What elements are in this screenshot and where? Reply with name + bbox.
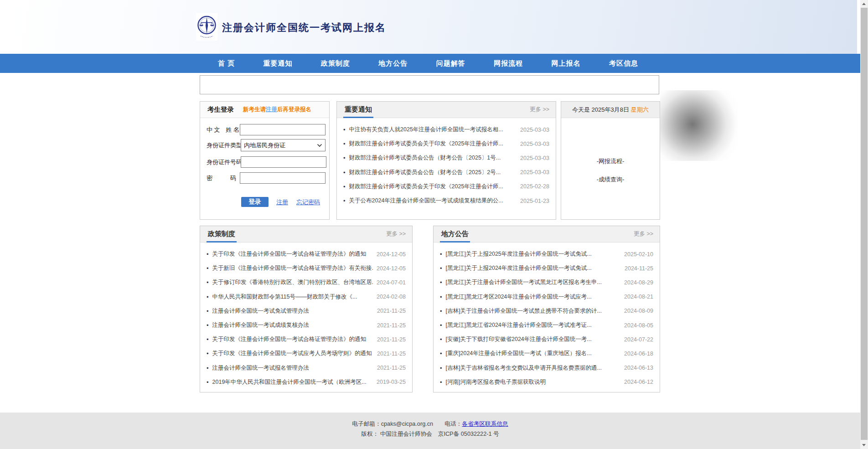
nav-items: 首 页 重要通知 政策制度 地方公告 问题解答 网报流程 网上报名 考区信息	[200, 54, 660, 73]
score-query-link[interactable]: -成绩查询-	[561, 175, 660, 184]
list-item[interactable]: • 关于印发《注册会计师全国统一考试合格证管理办法》的通知 2024-12-05	[207, 247, 406, 261]
item-date: 2025-02-10	[624, 251, 653, 258]
item-title[interactable]: 关于修订印发《香港特别行政区、澳门特别行政区、台湾地区居...	[212, 279, 373, 286]
item-title[interactable]: [黑龙江]关于上报2024年度注册会计师全国统一考试免试...	[446, 264, 621, 272]
list-item[interactable]: • [黑龙江]黑龙江考区2024年注册会计师全国统一考试应考... 2024-0…	[440, 290, 653, 304]
item-title[interactable]: [重庆]2024年注册会计师全国统一考试（重庆地区）报名...	[446, 350, 620, 357]
id-number-input[interactable]	[241, 156, 326, 168]
list-item[interactable]: • [吉林]关于注册会计师全国统一考试禁止携带不符合要求的计... 2024-0…	[440, 304, 653, 318]
note-prefix: 新考生请	[243, 106, 266, 113]
bullet-icon: •	[343, 197, 346, 204]
item-title[interactable]: [河南]河南考区报名费电子票据获取说明	[446, 378, 620, 386]
nav-item[interactable]: 首 页	[218, 54, 235, 73]
list-item[interactable]: • 财政部注册会计师考试委员会公告（财考公告〔2025〕2号... 2025-0…	[343, 165, 549, 180]
forgot-password-link[interactable]: 忘记密码	[296, 198, 320, 206]
item-title[interactable]: [黑龙江]黑龙江省2024年注册会计师全国统一考试准考证...	[446, 321, 620, 329]
item-title[interactable]: [安徽]关于下载打印安徽省2024年注册会计师全国统一考...	[446, 335, 620, 343]
list-item[interactable]: • [黑龙江]关于上报2024年度注册会计师全国统一考试免试... 2024-1…	[440, 261, 653, 275]
list-item[interactable]: • 注册会计师全国统一考试免试管理办法 2021-11-25	[207, 304, 406, 318]
item-title[interactable]: 财政部注册会计师考试委员会公告（财考公告〔2025〕2号...	[349, 169, 517, 176]
nav-item[interactable]: 地方公告	[378, 54, 408, 73]
item-title[interactable]: 2019年中华人民共和国注册会计师全国统一考试（欧洲考区...	[212, 378, 373, 386]
item-title[interactable]: [黑龙江]关于注册会计师全国统一考试黑龙江考区报名考生申...	[446, 279, 620, 286]
list-item[interactable]: • 中注协有关负责人就2025年注册会计师全国统一考试报名相... 2025-0…	[343, 123, 549, 137]
item-title[interactable]: 关于公布2024年注册会计师全国统一考试成绩复核结果的公...	[349, 197, 517, 205]
bullet-icon: •	[440, 265, 442, 272]
list-item[interactable]: • [黑龙江]关于注册会计师全国统一考试黑龙江考区报名考生申... 2024-0…	[440, 275, 653, 289]
bullet-icon: •	[343, 126, 346, 133]
bullet-icon: •	[440, 365, 442, 372]
item-title[interactable]: [吉林]关于注册会计师全国统一考试禁止携带不符合要求的计...	[446, 307, 620, 315]
process-flow-link[interactable]: -网报流程-	[561, 157, 660, 165]
scroll-down-icon[interactable]	[862, 444, 866, 446]
chinese-name-input[interactable]	[240, 124, 326, 135]
list-item[interactable]: • 关于印发《注册会计师全国统一考试应考人员考场守则》的通知 2021-11-2…	[207, 346, 406, 361]
item-title[interactable]: 财政部注册会计师考试委员会公告（财考公告〔2025〕1号...	[349, 154, 517, 162]
nav-item[interactable]: 网报流程	[494, 54, 523, 73]
login-button[interactable]: 登录	[241, 197, 269, 207]
item-title[interactable]: 中华人民共和国财政部令第115号——财政部关于修改《...	[212, 293, 373, 301]
item-title[interactable]: 关于印发《注册会计师全国统一考试应考人员考场守则》的通知	[212, 350, 373, 357]
item-title[interactable]: 中注协有关负责人就2025年注册会计师全国统一考试报名相...	[349, 126, 517, 134]
notices-header: 重要通知 更多 >>	[337, 102, 556, 118]
list-item[interactable]: • [黑龙江]关于上报2025年度注册会计师全国统一考试免试... 2025-0…	[440, 247, 653, 261]
bullet-icon: •	[207, 336, 209, 343]
nav-item[interactable]: 问题解答	[436, 54, 465, 73]
nav-item[interactable]: 重要通知	[264, 54, 293, 73]
nav-item[interactable]: 政策制度	[321, 54, 350, 73]
item-date: 2019-03-25	[377, 379, 406, 385]
item-title[interactable]: 关于印发《注册会计师全国统一考试合格证管理办法》的通知	[212, 335, 373, 343]
policies-list: • 关于印发《注册会计师全国统一考试合格证管理办法》的通知 2024-12-05…	[200, 243, 412, 389]
today-date: 今天是 2025年3月8日 星期六	[561, 102, 660, 118]
list-item[interactable]: • 财政部注册会计师考试委员会关于印发《2025年注册会计师... 2025-0…	[343, 137, 549, 151]
policies-more-link[interactable]: 更多 >>	[386, 230, 406, 238]
item-date: 2024-08-29	[624, 279, 653, 286]
list-item[interactable]: • [安徽]关于下载打印安徽省2024年注册会计师全国统一考... 2024-0…	[440, 332, 653, 346]
item-title[interactable]: 财政部注册会计师考试委员会关于印发《2025年注册会计师...	[349, 183, 517, 191]
list-item[interactable]: • 关于公布2024年注册会计师全国统一考试成绩复核结果的公... 2025-0…	[343, 194, 549, 208]
list-item[interactable]: • 注册会计师全国统一考试报名管理办法 2021-11-25	[207, 361, 406, 375]
notices-more-link[interactable]: 更多 >>	[530, 106, 549, 114]
item-title[interactable]: 注册会计师全国统一考试报名管理办法	[212, 364, 373, 372]
nav-item[interactable]: 网上报名	[552, 54, 581, 73]
register-link[interactable]: 注册	[276, 198, 288, 206]
scrollbar-thumb[interactable]	[861, 8, 868, 440]
scroll-up-icon[interactable]	[862, 3, 866, 5]
register-inline-link[interactable]: 注册	[266, 106, 277, 113]
item-title[interactable]: [黑龙江]关于上报2025年度注册会计师全国统一考试免试...	[446, 250, 620, 258]
item-title[interactable]: 注册会计师全国统一考试免试管理办法	[212, 307, 373, 315]
password-input[interactable]	[240, 172, 326, 184]
list-item[interactable]: • 中华人民共和国财政部令第115号——财政部关于修改《... 2024-02-…	[207, 290, 406, 304]
list-item[interactable]: • 关于印发《注册会计师全国统一考试合格证管理办法》的通知 2021-11-25	[207, 332, 406, 346]
item-title[interactable]: 关于新旧《注册会计师全国统一考试合格证管理办法》有关衔接...	[212, 264, 373, 272]
item-title[interactable]: [吉林]关于吉林省报名考生交费以及申请开具报名费票据的通...	[446, 364, 620, 372]
item-title[interactable]: 关于印发《注册会计师全国统一考试合格证管理办法》的通知	[212, 250, 373, 258]
list-item[interactable]: • 关于新旧《注册会计师全国统一考试合格证管理办法》有关衔接... 2024-1…	[207, 261, 406, 275]
site-title: 注册会计师全国统一考试网上报名	[222, 21, 386, 35]
list-item[interactable]: • [黑龙江]黑龙江省2024年注册会计师全国统一考试准考证... 2024-0…	[440, 318, 653, 332]
item-title[interactable]: [黑龙江]黑龙江考区2024年注册会计师全国统一考试应考...	[446, 293, 620, 301]
bullet-icon: •	[440, 350, 442, 357]
list-item[interactable]: • 2019年中华人民共和国注册会计师全国统一考试（欧洲考区... 2019-0…	[207, 375, 406, 389]
local-announcements-panel: 地方公告 更多 >> • [黑龙江]关于上报2025年度注册会计师全国统一考试免…	[433, 226, 660, 392]
login-panel: 考生登录 新考生请注册后再登录报名 中 文 姓 名 身份证件类型 内地居民身份证…	[200, 101, 330, 220]
list-item[interactable]: • [吉林]关于吉林省报名考生交费以及申请开具报名费票据的通... 2024-0…	[440, 361, 653, 375]
list-item[interactable]: • 财政部注册会计师考试委员会关于印发《2025年注册会计师... 2025-0…	[343, 180, 549, 194]
list-item[interactable]: • [重庆]2024年注册会计师全国统一考试（重庆地区）报名... 2024-0…	[440, 346, 653, 361]
list-item[interactable]: • 关于修订印发《香港特别行政区、澳门特别行政区、台湾地区居... 2024-0…	[207, 275, 406, 289]
list-item[interactable]: • 财政部注册会计师考试委员会公告（财考公告〔2025〕1号... 2025-0…	[343, 151, 549, 165]
item-date: 2024-06-13	[624, 365, 653, 371]
local-more-link[interactable]: 更多 >>	[634, 230, 653, 238]
contact-info-link[interactable]: 各省考区联系信息	[462, 421, 508, 427]
item-title[interactable]: 财政部注册会计师考试委员会关于印发《2025年注册会计师...	[349, 140, 517, 148]
item-title[interactable]: 注册会计师全国统一考试成绩复核办法	[212, 321, 373, 329]
vertical-scrollbar[interactable]	[860, 0, 868, 449]
nav-item[interactable]: 考区信息	[609, 54, 638, 73]
item-date: 2024-12-05	[377, 265, 406, 272]
list-item[interactable]: • [河南]河南考区报名费电子票据获取说明 2024-06-12	[440, 375, 653, 389]
id-number-label: 身份证件号码	[207, 158, 241, 166]
list-item[interactable]: • 注册会计师全国统一考试成绩复核办法 2021-11-25	[207, 318, 406, 332]
today-weekday: 星期六	[631, 106, 649, 114]
notices-list: • 中注协有关负责人就2025年注册会计师全国统一考试报名相... 2025-0…	[337, 118, 556, 208]
id-type-select[interactable]: 内地居民身份证	[241, 139, 326, 151]
